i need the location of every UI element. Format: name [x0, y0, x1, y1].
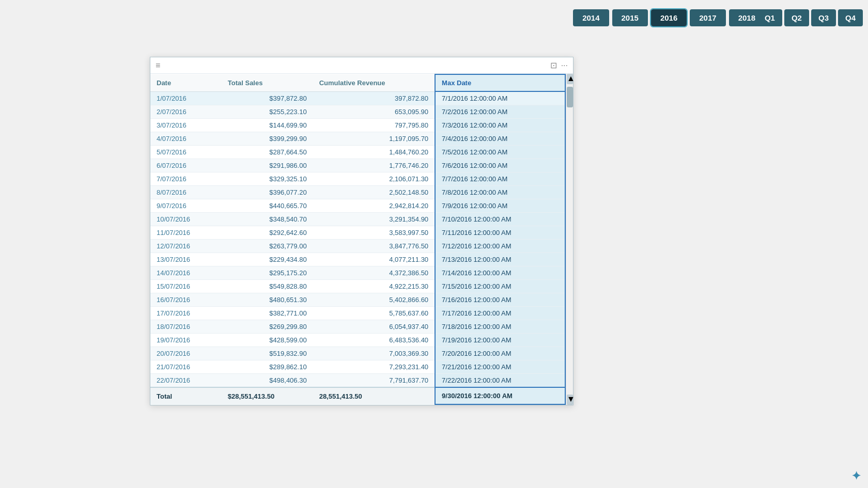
cell-total-sales: $292,642.60 [222, 226, 313, 240]
col-header-max-date[interactable]: Max Date [435, 74, 565, 91]
cell-total-sales: $519,832.90 [222, 347, 313, 360]
quarter-btn-q2[interactable]: Q2 [784, 9, 809, 26]
cell-total-sales: $440,665.70 [222, 199, 313, 213]
cell-max-date: 7/17/2016 12:00:00 AM [435, 307, 565, 320]
cell-cumulative-revenue: 7,293,231.40 [313, 360, 435, 374]
col-header-total-sales[interactable]: Total Sales [222, 74, 313, 91]
cell-date: 7/07/2016 [150, 172, 222, 186]
cell-total-sales: $348,540.70 [222, 213, 313, 226]
app-logo: ✦ [851, 469, 861, 483]
cell-cumulative-revenue: 1,197,095.70 [313, 132, 435, 146]
expand-icon[interactable]: ⊡ [550, 60, 557, 70]
cell-date: 3/07/2016 [150, 119, 222, 132]
cell-date: 16/07/2016 [150, 293, 222, 307]
cell-max-date: 7/15/2016 12:00:00 AM [435, 280, 565, 293]
table-header-row: Date Total Sales Cumulative Revenue Max … [150, 74, 565, 91]
cell-cumulative-revenue: 3,583,997.50 [313, 226, 435, 240]
cell-max-date: 7/6/2016 12:00:00 AM [435, 159, 565, 172]
cell-max-date: 7/1/2016 12:00:00 AM [435, 91, 565, 105]
footer-max-date: 9/30/2016 12:00:00 AM [435, 387, 565, 404]
cell-total-sales: $295,175.20 [222, 266, 313, 280]
cell-cumulative-revenue: 3,291,354.90 [313, 213, 435, 226]
cell-date: 14/07/2016 [150, 266, 222, 280]
table-row: 3/07/2016$144,699.90797,795.807/3/2016 1… [150, 119, 565, 132]
cell-max-date: 7/2/2016 12:00:00 AM [435, 105, 565, 119]
table-scroll-area: Date Total Sales Cumulative Revenue Max … [150, 74, 573, 405]
cell-date: 19/07/2016 [150, 334, 222, 347]
col-header-date[interactable]: Date [150, 74, 222, 91]
cell-cumulative-revenue: 653,095.90 [313, 105, 435, 119]
data-table-container: ≡ ⊡ ··· Date Total Sales Cumulative Reve… [150, 57, 574, 405]
table-row: 22/07/2016$498,406.307,791,637.707/22/20… [150, 374, 565, 388]
cell-total-sales: $498,406.30 [222, 374, 313, 388]
year-btn-2016[interactable]: 2016 [651, 9, 687, 26]
cell-cumulative-revenue: 2,942,814.20 [313, 199, 435, 213]
table-row: 4/07/2016$399,299.901,197,095.707/4/2016… [150, 132, 565, 146]
cell-cumulative-revenue: 6,054,937.40 [313, 320, 435, 334]
cell-cumulative-revenue: 7,003,369.30 [313, 347, 435, 360]
table-row: 13/07/2016$229,434.804,077,211.307/13/20… [150, 253, 565, 266]
cell-total-sales: $269,299.80 [222, 320, 313, 334]
cell-cumulative-revenue: 1,484,760.20 [313, 146, 435, 159]
cell-total-sales: $229,434.80 [222, 253, 313, 266]
footer-label: Total [150, 387, 222, 404]
scrollbar-track[interactable]: ▲ ▼ [566, 74, 573, 405]
cell-cumulative-revenue: 2,502,148.50 [313, 186, 435, 199]
cell-date: 8/07/2016 [150, 186, 222, 199]
table-row: 8/07/2016$396,077.202,502,148.507/8/2016… [150, 186, 565, 199]
cell-max-date: 7/12/2016 12:00:00 AM [435, 240, 565, 253]
quarter-btn-q3[interactable]: Q3 [811, 9, 836, 26]
cell-total-sales: $263,779.00 [222, 240, 313, 253]
table-main: Date Total Sales Cumulative Revenue Max … [150, 74, 566, 405]
quarter-btn-q4[interactable]: Q4 [838, 9, 863, 26]
cell-total-sales: $399,299.90 [222, 132, 313, 146]
cell-max-date: 7/3/2016 12:00:00 AM [435, 119, 565, 132]
year-btn-2017[interactable]: 2017 [690, 9, 725, 26]
table-row: 11/07/2016$292,642.603,583,997.507/11/20… [150, 226, 565, 240]
cell-max-date: 7/14/2016 12:00:00 AM [435, 266, 565, 280]
footer-cumulative-revenue: 28,551,413.50 [313, 387, 435, 404]
cell-date: 10/07/2016 [150, 213, 222, 226]
more-icon[interactable]: ··· [561, 61, 568, 70]
cell-cumulative-revenue: 797,795.80 [313, 119, 435, 132]
cell-date: 17/07/2016 [150, 307, 222, 320]
table-row: 2/07/2016$255,223.10653,095.907/2/2016 1… [150, 105, 565, 119]
year-btn-2014[interactable]: 2014 [573, 9, 609, 26]
cell-total-sales: $255,223.10 [222, 105, 313, 119]
cell-total-sales: $291,986.00 [222, 159, 313, 172]
cell-total-sales: $480,651.30 [222, 293, 313, 307]
table-row: 10/07/2016$348,540.703,291,354.907/10/20… [150, 213, 565, 226]
table-row: 21/07/2016$289,862.107,293,231.407/21/20… [150, 360, 565, 374]
cell-date: 2/07/2016 [150, 105, 222, 119]
table-row: 17/07/2016$382,771.005,785,637.607/17/20… [150, 307, 565, 320]
cell-max-date: 7/10/2016 12:00:00 AM [435, 213, 565, 226]
cell-cumulative-revenue: 4,922,215.30 [313, 280, 435, 293]
table-row: 16/07/2016$480,651.305,402,866.607/16/20… [150, 293, 565, 307]
cell-max-date: 7/11/2016 12:00:00 AM [435, 226, 565, 240]
footer-total-sales: $28,551,413.50 [222, 387, 313, 404]
cell-date: 22/07/2016 [150, 374, 222, 388]
cell-total-sales: $428,599.00 [222, 334, 313, 347]
table-row: 7/07/2016$329,325.102,106,071.307/7/2016… [150, 172, 565, 186]
cell-max-date: 7/7/2016 12:00:00 AM [435, 172, 565, 186]
cell-max-date: 7/20/2016 12:00:00 AM [435, 347, 565, 360]
table-row: 5/07/2016$287,664.501,484,760.207/5/2016… [150, 146, 565, 159]
scrollbar-thumb[interactable] [567, 87, 573, 107]
scrollbar-arrow-up[interactable]: ▲ [567, 74, 573, 84]
table-actions: ⊡ ··· [550, 60, 568, 70]
scrollbar-arrow-down[interactable]: ▼ [567, 395, 573, 405]
drag-handle-icon[interactable]: ≡ [156, 61, 160, 70]
cell-date: 9/07/2016 [150, 199, 222, 213]
table-row: 9/07/2016$440,665.702,942,814.207/9/2016… [150, 199, 565, 213]
cell-max-date: 7/13/2016 12:00:00 AM [435, 253, 565, 266]
cell-max-date: 7/8/2016 12:00:00 AM [435, 186, 565, 199]
table-row: 14/07/2016$295,175.204,372,386.507/14/20… [150, 266, 565, 280]
year-btn-2015[interactable]: 2015 [612, 9, 648, 26]
table-row: 19/07/2016$428,599.006,483,536.407/19/20… [150, 334, 565, 347]
cell-date: 15/07/2016 [150, 280, 222, 293]
cell-max-date: 7/22/2016 12:00:00 AM [435, 374, 565, 388]
col-header-cumulative-revenue[interactable]: Cumulative Revenue [313, 74, 435, 91]
quarter-btn-q1[interactable]: Q1 [757, 9, 782, 26]
cell-max-date: 7/18/2016 12:00:00 AM [435, 320, 565, 334]
cell-max-date: 7/5/2016 12:00:00 AM [435, 146, 565, 159]
